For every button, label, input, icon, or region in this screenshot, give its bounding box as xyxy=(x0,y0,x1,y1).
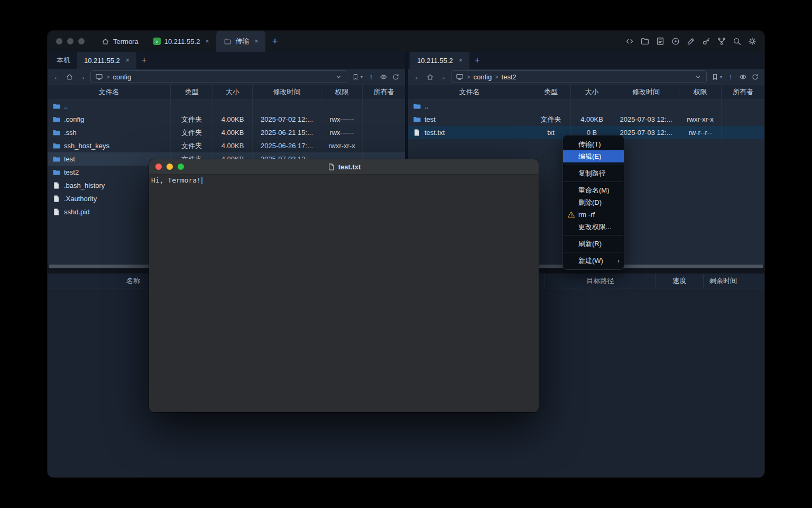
menu-item-change-permissions[interactable]: 更改权限... xyxy=(563,221,624,233)
parent-directory-icon[interactable]: ↑ xyxy=(726,72,735,81)
new-panel-tab-button[interactable]: + xyxy=(469,52,485,69)
column-header[interactable]: 大小 xyxy=(213,85,253,99)
tab-transfer[interactable]: 传输 × xyxy=(216,31,265,52)
column-header[interactable]: 文件名 xyxy=(48,85,171,99)
home-icon[interactable] xyxy=(426,73,434,81)
table-row[interactable]: .ssh 文件夹 4.00KB 2025-06-21 15:... rwx---… xyxy=(48,126,405,139)
file-size: 4.00KB xyxy=(571,113,613,126)
back-icon[interactable]: ← xyxy=(53,72,61,81)
zoom-window-button[interactable] xyxy=(78,38,85,44)
chevron-down-icon[interactable] xyxy=(335,73,343,81)
left-panel-tabs: 本机 10.211.55.2 × + xyxy=(48,52,405,69)
menu-item-rename[interactable]: 重命名(M) xyxy=(563,184,624,196)
file-modified-time: 2025-07-02 12:... xyxy=(253,113,321,126)
forward-icon[interactable]: → xyxy=(438,72,447,81)
search-icon[interactable] xyxy=(732,37,742,46)
parent-directory-icon[interactable]: ↑ xyxy=(367,72,375,81)
column-header[interactable]: 大小 xyxy=(571,85,613,99)
menu-item-rm-rf[interactable]: rm -rf xyxy=(563,208,624,221)
file-icon xyxy=(52,195,60,203)
forward-icon[interactable]: → xyxy=(78,72,86,81)
new-panel-tab-button[interactable]: + xyxy=(136,52,152,69)
folder-icon xyxy=(52,129,60,137)
editor-content[interactable]: Hi, Termora! xyxy=(149,175,539,186)
path-separator: > xyxy=(106,74,109,80)
table-row[interactable]: .config 文件夹 4.00KB 2025-07-02 12:... rwx… xyxy=(48,113,405,126)
close-tab-icon[interactable]: × xyxy=(459,57,463,64)
new-tab-button[interactable]: + xyxy=(265,31,284,52)
home-icon[interactable] xyxy=(66,73,73,81)
column-header[interactable]: 文件名 xyxy=(408,85,531,99)
table-row[interactable]: ssh_host_keys 文件夹 4.00KB 2025-06-26 17:.… xyxy=(48,139,405,152)
column-header[interactable]: 权限 xyxy=(321,85,363,99)
panel-tab-host[interactable]: 10.211.55.2 × xyxy=(410,52,469,69)
transfer-column-remaining-time[interactable]: 剩余时间 xyxy=(703,274,743,288)
tab-host[interactable]: › 10.211.55.2 × xyxy=(146,31,217,52)
left-path-bar[interactable]: > config xyxy=(90,70,347,83)
file-modified-time xyxy=(613,99,679,113)
table-row[interactable]: .. xyxy=(48,99,405,113)
show-hidden-eye-icon[interactable] xyxy=(380,73,387,81)
folder-icon[interactable] xyxy=(640,37,650,46)
table-row[interactable]: .. xyxy=(408,99,764,113)
file-name: test.txt xyxy=(425,129,445,137)
refresh-icon[interactable] xyxy=(392,73,400,81)
home-icon xyxy=(102,38,109,46)
file-name-cell: ssh_host_keys xyxy=(48,139,171,152)
minimize-window-button[interactable] xyxy=(167,164,173,170)
table-row[interactable]: test 文件夹 4.00KB 2025-07-03 12:... rwxr-x… xyxy=(408,113,764,126)
pencil-icon[interactable] xyxy=(686,37,696,46)
right-toolbar: ← → > config > test2 ▾ ↑ xyxy=(408,69,764,85)
file-name-cell: .ssh xyxy=(48,126,171,139)
refresh-icon[interactable] xyxy=(751,73,759,81)
close-tab-icon[interactable]: × xyxy=(126,57,130,64)
close-tab-icon[interactable]: × xyxy=(205,38,209,45)
close-window-button[interactable] xyxy=(56,38,62,44)
column-header[interactable]: 所有者 xyxy=(722,85,764,99)
bookmark-caret-icon[interactable]: ▾ xyxy=(361,75,363,79)
menu-item-edit[interactable]: 编辑(E) xyxy=(563,150,624,162)
key-icon[interactable] xyxy=(702,37,711,46)
right-path-bar[interactable]: > config > test2 xyxy=(451,70,707,83)
bookmark-button[interactable]: ▾ xyxy=(352,73,363,81)
close-window-button[interactable] xyxy=(155,164,162,170)
back-icon[interactable]: ← xyxy=(413,72,422,81)
minimize-window-button[interactable] xyxy=(67,38,73,44)
macro-icon[interactable] xyxy=(717,37,726,46)
record-icon[interactable] xyxy=(671,37,680,46)
zoom-window-button[interactable] xyxy=(178,164,184,170)
code-icon[interactable] xyxy=(625,37,634,46)
log-icon[interactable] xyxy=(656,37,665,46)
bookmark-button[interactable]: ▾ xyxy=(711,73,722,81)
menu-item-delete[interactable]: 删除(D) xyxy=(563,196,624,208)
column-header[interactable]: 类型 xyxy=(171,85,213,99)
path-segment[interactable]: test2 xyxy=(502,73,516,81)
menu-item-copy-path[interactable]: 复制路径 xyxy=(563,167,624,179)
bookmark-caret-icon[interactable]: ▾ xyxy=(720,75,722,79)
column-header[interactable]: 权限 xyxy=(679,85,722,99)
close-tab-icon[interactable]: × xyxy=(254,38,258,45)
path-segment[interactable]: config xyxy=(473,73,492,81)
settings-gear-icon[interactable] xyxy=(748,37,757,46)
menu-item-refresh[interactable]: 刷新(R) xyxy=(563,238,624,250)
column-header[interactable]: 修改时间 xyxy=(253,85,321,99)
panel-tab-local[interactable]: 本机 xyxy=(50,52,77,69)
editor-window-controls xyxy=(155,164,184,170)
editor-titlebar[interactable]: test.txt xyxy=(149,159,539,175)
menu-item-transfer[interactable]: 传输(T) xyxy=(563,138,624,150)
column-header[interactable]: 类型 xyxy=(531,85,571,99)
file-name: test xyxy=(64,155,75,163)
transfer-column-speed[interactable]: 速度 xyxy=(656,274,703,288)
titlebar-tabs: Termora › 10.211.55.2 × 传输 × + xyxy=(94,31,284,52)
transfer-column-target-path[interactable]: 目标路径 xyxy=(545,274,656,288)
column-header[interactable]: 修改时间 xyxy=(613,85,679,99)
file-permissions xyxy=(679,99,722,113)
show-hidden-eye-icon[interactable] xyxy=(739,73,747,81)
editor-title-text: test.txt xyxy=(338,163,361,171)
chevron-down-icon[interactable] xyxy=(694,73,702,81)
menu-item-new[interactable]: 新建(W)› xyxy=(563,255,624,267)
tab-termora[interactable]: Termora xyxy=(94,31,146,52)
panel-tab-host[interactable]: 10.211.55.2 × xyxy=(77,52,136,69)
column-header[interactable]: 所有者 xyxy=(363,85,405,99)
path-segment[interactable]: config xyxy=(113,73,131,81)
